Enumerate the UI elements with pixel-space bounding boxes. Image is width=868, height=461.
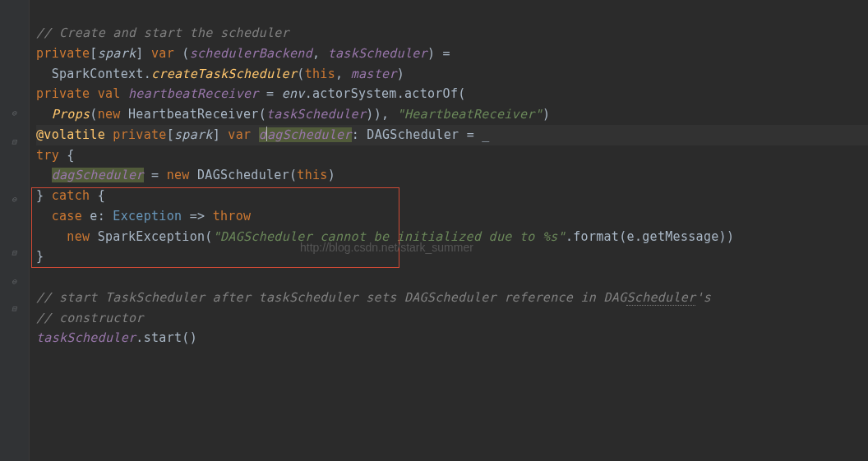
code-line: dagScheduler = new DAGScheduler(this) [36,165,868,186]
code-line: Props(new HeartbeatReceiver(taskSchedule… [36,104,868,125]
code-line: case e: Exception => throw [36,206,868,227]
code-line: new SparkException("DAGScheduler cannot … [36,227,868,247]
code-line: try { [36,145,868,166]
code-line-active: @volatile private[spark] var dagSchedule… [36,125,868,145]
code-line: private val heartbeatReceiver = env.acto… [36,84,868,104]
code-line: } catch { [36,186,868,206]
code-line [36,267,868,288]
code-line: // start TaskScheduler after taskSchedul… [36,288,868,308]
code-line: taskScheduler.start() [36,328,868,348]
code-line: SparkContext.createTaskScheduler(this, m… [36,64,868,85]
code-editor[interactable]: // Create and start the scheduler privat… [0,0,868,348]
code-line: private[spark] var (schedulerBackend, ta… [36,44,868,64]
code-line: // constructor [36,308,868,329]
code-line: // Create and start the scheduler [36,23,868,44]
code-line: } [36,247,868,267]
comment: // Create and start the scheduler [36,25,289,40]
